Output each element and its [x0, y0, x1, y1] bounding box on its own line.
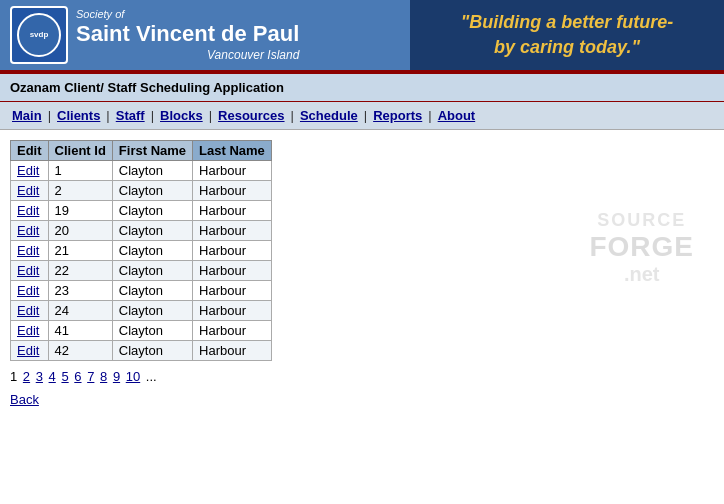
nav-item-staff[interactable]: Staff [112, 106, 149, 125]
first-name-cell: Clayton [112, 241, 192, 261]
edit-link[interactable]: Edit [11, 221, 49, 241]
first-name-cell: Clayton [112, 181, 192, 201]
main-content: SOURCE FORGE .net Edit Client Id First N… [0, 130, 724, 470]
page-4-link[interactable]: 4 [49, 369, 56, 384]
page-8-link[interactable]: 8 [100, 369, 107, 384]
table-row: Edit23ClaytonHarbour [11, 281, 272, 301]
nav-item-reports[interactable]: Reports [369, 106, 426, 125]
svdp-circle: svdp [17, 13, 61, 57]
client-id-cell: 23 [48, 281, 112, 301]
last-name-cell: Harbour [193, 221, 272, 241]
first-name-cell: Clayton [112, 221, 192, 241]
location-label: Vancouver Island [76, 48, 299, 62]
table-row: Edit41ClaytonHarbour [11, 321, 272, 341]
pagination-ellipsis: ... [146, 369, 157, 384]
client-id-cell: 42 [48, 341, 112, 361]
client-table: Edit Client Id First Name Last Name Edit… [10, 140, 272, 361]
page-6-link[interactable]: 6 [74, 369, 81, 384]
table-row: Edit1ClaytonHarbour [11, 161, 272, 181]
table-row: Edit2ClaytonHarbour [11, 181, 272, 201]
back-link[interactable]: Back [10, 392, 39, 407]
nav-item-schedule[interactable]: Schedule [296, 106, 362, 125]
edit-link[interactable]: Edit [11, 281, 49, 301]
page-10-link[interactable]: 10 [126, 369, 140, 384]
last-name-cell: Harbour [193, 341, 272, 361]
table-row: Edit42ClaytonHarbour [11, 341, 272, 361]
page-7-link[interactable]: 7 [87, 369, 94, 384]
last-name-cell: Harbour [193, 281, 272, 301]
last-name-cell: Harbour [193, 261, 272, 281]
edit-link[interactable]: Edit [11, 241, 49, 261]
table-row: Edit20ClaytonHarbour [11, 221, 272, 241]
nav-item-main[interactable]: Main [8, 106, 46, 125]
edit-link[interactable]: Edit [11, 321, 49, 341]
pagination: 1 2 3 4 5 6 7 8 9 10 ... [10, 369, 714, 384]
nav-item-blocks[interactable]: Blocks [156, 106, 207, 125]
page-5-link[interactable]: 5 [61, 369, 68, 384]
nav-item-resources[interactable]: Resources [214, 106, 288, 125]
app-title-bar: Ozanam Client/ Staff Scheduling Applicat… [0, 72, 724, 102]
table-row: Edit19ClaytonHarbour [11, 201, 272, 221]
nav-item-clients[interactable]: Clients [53, 106, 104, 125]
first-name-cell: Clayton [112, 261, 192, 281]
first-name-cell: Clayton [112, 201, 192, 221]
col-header-last-name[interactable]: Last Name [193, 141, 272, 161]
first-name-cell: Clayton [112, 301, 192, 321]
last-name-cell: Harbour [193, 181, 272, 201]
col-header-edit[interactable]: Edit [11, 141, 49, 161]
edit-link[interactable]: Edit [11, 341, 49, 361]
client-id-cell: 2 [48, 181, 112, 201]
edit-link[interactable]: Edit [11, 161, 49, 181]
client-id-cell: 19 [48, 201, 112, 221]
client-id-cell: 20 [48, 221, 112, 241]
edit-link[interactable]: Edit [11, 181, 49, 201]
page-3-link[interactable]: 3 [36, 369, 43, 384]
last-name-cell: Harbour [193, 321, 272, 341]
table-row: Edit24ClaytonHarbour [11, 301, 272, 321]
sourceforge-watermark: SOURCE FORGE .net [589, 210, 694, 286]
edit-link[interactable]: Edit [11, 301, 49, 321]
client-id-cell: 22 [48, 261, 112, 281]
tagline-text: "Building a better future- by caring tod… [461, 10, 674, 60]
table-row: Edit21ClaytonHarbour [11, 241, 272, 261]
org-name: Saint Vincent de Paul [76, 22, 299, 46]
col-header-client-id[interactable]: Client Id [48, 141, 112, 161]
logo-text: Society of Saint Vincent de Paul Vancouv… [76, 8, 299, 62]
client-id-cell: 21 [48, 241, 112, 261]
svdp-abbr: svdp [30, 30, 49, 40]
client-id-cell: 1 [48, 161, 112, 181]
sf-source-text: SOURCE [589, 210, 694, 231]
page-9-link[interactable]: 9 [113, 369, 120, 384]
last-name-cell: Harbour [193, 301, 272, 321]
edit-link[interactable]: Edit [11, 201, 49, 221]
nav-bar: Main | Clients | Staff | Blocks | Resour… [0, 102, 724, 130]
app-title: Ozanam Client/ Staff Scheduling Applicat… [10, 80, 284, 95]
sf-forge-text: FORGE [589, 231, 694, 263]
last-name-cell: Harbour [193, 161, 272, 181]
table-row: Edit22ClaytonHarbour [11, 261, 272, 281]
sf-dotnet-text: .net [589, 263, 694, 286]
col-header-first-name[interactable]: First Name [112, 141, 192, 161]
edit-link[interactable]: Edit [11, 261, 49, 281]
first-name-cell: Clayton [112, 341, 192, 361]
society-of-label: Society of [76, 8, 299, 20]
first-name-cell: Clayton [112, 321, 192, 341]
logo-icon: svdp [10, 6, 68, 64]
last-name-cell: Harbour [193, 201, 272, 221]
last-name-cell: Harbour [193, 241, 272, 261]
first-name-cell: Clayton [112, 161, 192, 181]
header-tagline: "Building a better future- by caring tod… [410, 0, 724, 70]
page-1: 1 [10, 369, 17, 384]
first-name-cell: Clayton [112, 281, 192, 301]
header: svdp Society of Saint Vincent de Paul Va… [0, 0, 724, 72]
page-2-link[interactable]: 2 [23, 369, 30, 384]
client-id-cell: 41 [48, 321, 112, 341]
header-logo: svdp Society of Saint Vincent de Paul Va… [0, 0, 410, 70]
client-id-cell: 24 [48, 301, 112, 321]
nav-item-about[interactable]: About [434, 106, 480, 125]
